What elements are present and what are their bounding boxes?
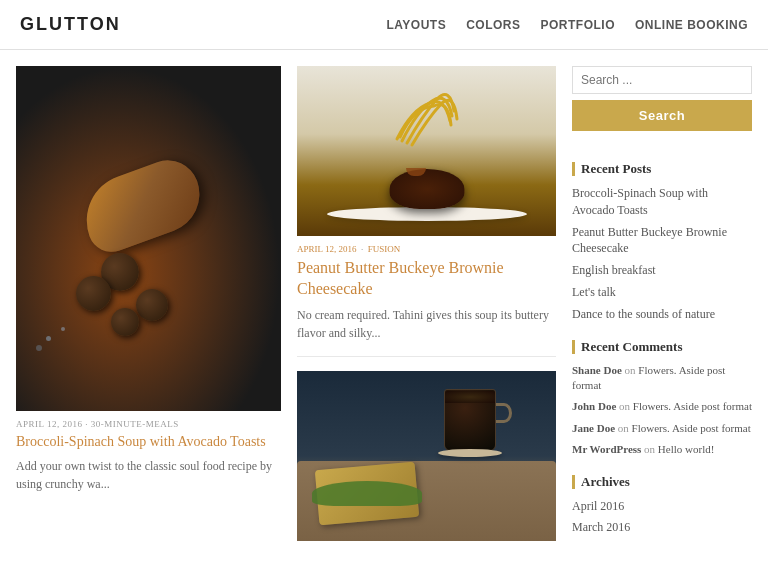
recent-post-link-1[interactable]: Broccoli-Spinach Soup with Avocado Toast… bbox=[572, 185, 752, 219]
accent-bar-2 bbox=[572, 340, 575, 354]
center-post-excerpt-1: No cream required. Tahini gives this sou… bbox=[297, 306, 556, 342]
coffee-saucer bbox=[438, 449, 502, 457]
center-post-1: APRIL 12, 2016 · FUSION Peanut Butter Bu… bbox=[297, 66, 556, 342]
archives-title: Archives bbox=[572, 474, 752, 490]
bread-icon bbox=[74, 151, 211, 258]
coffee-food-image bbox=[297, 371, 556, 541]
brownie-ball-4 bbox=[111, 308, 139, 336]
sidebar-search-section: Search bbox=[572, 66, 752, 145]
lettuce bbox=[312, 481, 422, 506]
recent-post-link-2[interactable]: Peanut Butter Buckeye Brownie Cheesecake bbox=[572, 224, 752, 258]
archive-link-1[interactable]: April 2016 bbox=[572, 498, 752, 515]
featured-post-title[interactable]: Broccoli-Spinach Soup with Avocado Toast… bbox=[16, 433, 281, 451]
brownie-ball-3 bbox=[76, 276, 111, 311]
decoration-dot bbox=[61, 327, 65, 331]
search-input[interactable] bbox=[572, 66, 752, 94]
nav-booking[interactable]: ONLINE BOOKING bbox=[635, 18, 748, 32]
center-post-meta-1: APRIL 12, 2016 · FUSION bbox=[297, 244, 556, 254]
decoration-dot bbox=[36, 345, 42, 351]
recent-posts-title: Recent Posts bbox=[572, 161, 752, 177]
comment-3: Jane Doe on Flowers. Aside post format bbox=[572, 421, 752, 436]
plate bbox=[327, 207, 527, 221]
center-post-2 bbox=[297, 371, 556, 541]
nav-colors[interactable]: COLORS bbox=[466, 18, 520, 32]
search-button[interactable]: Search bbox=[572, 100, 752, 131]
site-header: GLUTTON LAYOUTS COLORS PORTFOLIO ONLINE … bbox=[0, 0, 768, 50]
main-content: APRIL 12, 2016 · 30-MINUTE-MEALS Broccol… bbox=[0, 50, 768, 568]
featured-post-excerpt: Add your own twist to the classic soul f… bbox=[16, 457, 281, 493]
coffee-handle bbox=[496, 403, 512, 423]
burger-food-image bbox=[297, 66, 556, 236]
archives-section: Archives April 2016 March 2016 bbox=[572, 474, 752, 537]
center-post-title-1[interactable]: Peanut Butter Buckeye Brownie Cheesecake bbox=[297, 258, 556, 300]
recent-posts-section: Recent Posts Broccoli-Spinach Soup with … bbox=[572, 161, 752, 323]
recent-comments-title: Recent Comments bbox=[572, 339, 752, 355]
brownie-ball-2 bbox=[136, 289, 168, 321]
coffee-surface bbox=[445, 391, 495, 403]
featured-post-image[interactable] bbox=[16, 66, 281, 411]
main-nav: LAYOUTS COLORS PORTFOLIO ONLINE BOOKING bbox=[386, 18, 748, 32]
comment-4: Mr WordPress on Hello world! bbox=[572, 442, 752, 457]
burger-patty bbox=[389, 169, 464, 209]
recent-post-link-3[interactable]: English breakfast bbox=[572, 262, 752, 279]
archive-link-2[interactable]: March 2016 bbox=[572, 519, 752, 536]
comment-1: Shane Doe on Flowers. Aside post format bbox=[572, 363, 752, 394]
nav-portfolio[interactable]: PORTFOLIO bbox=[540, 18, 615, 32]
post-divider bbox=[297, 356, 556, 357]
accent-bar bbox=[572, 162, 575, 176]
featured-post-meta: APRIL 12, 2016 · 30-MINUTE-MEALS bbox=[16, 419, 281, 429]
recent-post-link-5[interactable]: Dance to the sounds of nature bbox=[572, 306, 752, 323]
comment-2: John Doe on Flowers. Aside post format bbox=[572, 399, 752, 414]
decoration-dot bbox=[46, 336, 51, 341]
nav-layouts[interactable]: LAYOUTS bbox=[386, 18, 446, 32]
noodle-topping bbox=[382, 81, 472, 151]
recent-comments-section: Recent Comments Shane Doe on Flowers. As… bbox=[572, 339, 752, 458]
recent-post-link-4[interactable]: Let's talk bbox=[572, 284, 752, 301]
right-sidebar: Search Recent Posts Broccoli-Spinach Sou… bbox=[572, 66, 752, 552]
center-column: APRIL 12, 2016 · FUSION Peanut Butter Bu… bbox=[297, 66, 556, 552]
site-logo: GLUTTON bbox=[20, 14, 121, 35]
left-column: APRIL 12, 2016 · 30-MINUTE-MEALS Broccol… bbox=[16, 66, 281, 552]
featured-bg bbox=[16, 66, 281, 411]
center-post-image-2[interactable] bbox=[297, 371, 556, 541]
accent-bar-3 bbox=[572, 475, 575, 489]
center-post-image-1[interactable] bbox=[297, 66, 556, 236]
